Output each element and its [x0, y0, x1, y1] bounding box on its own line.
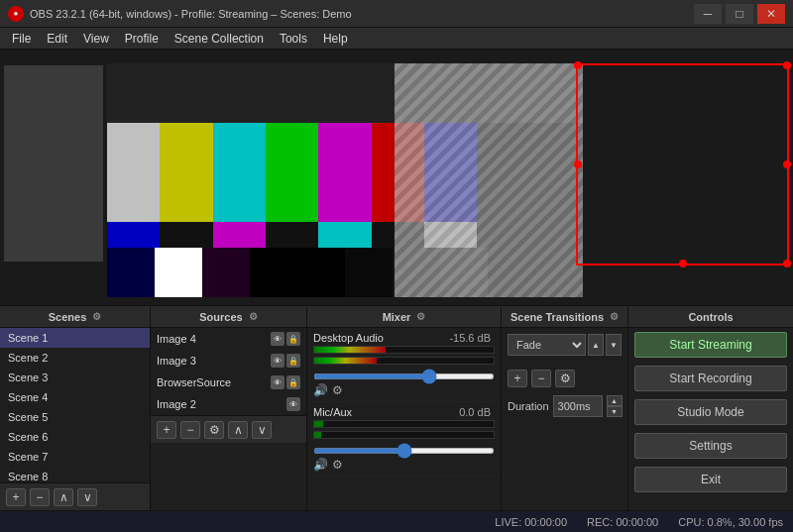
transition-config-button[interactable]: ⚙ [555, 370, 575, 387]
transitions-gear-icon[interactable]: ⚙ [610, 311, 619, 322]
scene-item-2[interactable]: Scene 2 [0, 348, 150, 368]
source-item-image2[interactable]: Image 2 👁 [151, 393, 306, 415]
sources-list: Image 4 👁 🔒 Image 3 👁 🔒 BrowserSource 👁 … [151, 328, 306, 415]
start-streaming-button[interactable]: Start Streaming [634, 332, 787, 358]
start-recording-button[interactable]: Start Recording [634, 366, 787, 391]
mic-aux-vu2 [313, 431, 495, 439]
scenes-up-button[interactable]: ∧ [54, 488, 73, 506]
desktop-audio-header: Desktop Audio -15.6 dB [313, 332, 495, 344]
eye-icon-image4[interactable]: 👁 [271, 332, 284, 346]
menu-profile[interactable]: Profile [117, 28, 167, 50]
desktop-audio-volume-slider[interactable] [313, 373, 495, 379]
transition-down-btn[interactable]: ▼ [606, 334, 622, 356]
lock-icon-image4[interactable]: 🔒 [286, 332, 300, 346]
scenes-remove-button[interactable]: − [30, 488, 50, 506]
transition-up-btn[interactable]: ▲ [588, 334, 604, 356]
transition-remove-button[interactable]: − [531, 370, 551, 387]
desktop-audio-name: Desktop Audio [313, 332, 449, 344]
studio-mode-button[interactable]: Studio Mode [634, 399, 787, 425]
scene-item-8[interactable]: Scene 8 [0, 467, 150, 482]
controls-label: Controls [688, 311, 733, 323]
mic-aux-volume-slider[interactable] [313, 448, 495, 454]
sources-add-button[interactable]: + [157, 421, 176, 439]
menu-file[interactable]: File [4, 28, 39, 50]
mixer-panel-header: Mixer ⚙ [307, 306, 501, 328]
source-item-image4[interactable]: Image 4 👁 🔒 [151, 328, 306, 350]
close-button[interactable]: ✕ [757, 4, 785, 24]
lock-icon-browser[interactable]: 🔒 [286, 375, 300, 389]
sources-up-button[interactable]: ∧ [228, 421, 248, 439]
sources-config-button[interactable]: ⚙ [204, 421, 224, 439]
scene-item-5[interactable]: Scene 5 [0, 407, 150, 427]
mixer-gear-icon[interactable]: ⚙ [416, 311, 425, 322]
eye-icon-image3[interactable]: 👁 [271, 354, 284, 368]
sources-down-button[interactable]: ∨ [252, 421, 272, 439]
scenes-footer: + − ∧ ∨ [0, 482, 150, 510]
handle-br[interactable] [783, 260, 791, 267]
minimize-button[interactable]: ─ [694, 4, 722, 24]
sources-footer: + − ⚙ ∧ ∨ [151, 415, 306, 443]
source-name-image4: Image 4 [157, 333, 196, 345]
mic-aux-name: Mic/Aux [313, 406, 459, 418]
desktop-audio-mute-icon[interactable]: 🔊 [313, 383, 328, 397]
scenes-gear-icon[interactable]: ⚙ [92, 311, 101, 322]
live-status: LIVE: 00:00:00 [495, 516, 567, 528]
eye-icon-browser[interactable]: 👁 [271, 375, 284, 389]
desktop-audio-vu [313, 346, 495, 354]
selection-overlay[interactable] [576, 63, 789, 266]
source-icons-browser: 👁 🔒 [271, 375, 300, 389]
transition-add-button[interactable]: + [508, 370, 527, 387]
preview-area [0, 50, 793, 305]
handle-tr[interactable] [783, 61, 791, 69]
desktop-audio-settings-icon[interactable]: ⚙ [332, 383, 343, 397]
menu-tools[interactable]: Tools [272, 28, 315, 50]
window-title: OBS 23.2.1 (64-bit, windows) - Profile: … [30, 8, 694, 20]
sources-label: Sources [199, 311, 242, 323]
source-name-browser: BrowserSource [157, 376, 231, 388]
mic-aux-controls: 🔊 ⚙ [313, 458, 495, 472]
menu-view[interactable]: View [75, 28, 117, 50]
preview-canvas[interactable] [107, 63, 583, 297]
transition-dropdown[interactable]: Fade Cut Swipe Slide [508, 334, 586, 356]
scenes-add-button[interactable]: + [6, 488, 26, 506]
scene-item-1[interactable]: Scene 1 [0, 328, 150, 348]
source-item-image3[interactable]: Image 3 👁 🔒 [151, 350, 306, 372]
scene-item-3[interactable]: Scene 3 [0, 368, 150, 387]
scenes-panel-header: Scenes ⚙ [0, 306, 150, 328]
scene-item-7[interactable]: Scene 7 [0, 447, 150, 467]
scenes-panel: Scenes ⚙ Scene 1 Scene 2 Scene 3 Scene 4… [0, 306, 151, 510]
transition-select-row: Fade Cut Swipe Slide ▲ ▼ [508, 334, 622, 356]
eye-icon-image2[interactable]: 👁 [286, 397, 300, 411]
mic-aux-db: 0.0 dB [459, 406, 491, 418]
sources-panel: Sources ⚙ Image 4 👁 🔒 Image 3 👁 🔒 Browse… [151, 306, 307, 510]
desktop-audio-db: -15.6 dB [449, 332, 491, 344]
transitions-label: Scene Transitions [510, 311, 604, 323]
mic-aux-mute-icon[interactable]: 🔊 [313, 458, 328, 472]
source-item-browser[interactable]: BrowserSource 👁 🔒 [151, 372, 306, 393]
mic-aux-header: Mic/Aux 0.0 dB [313, 406, 495, 418]
sources-remove-button[interactable]: − [180, 421, 200, 439]
duration-input[interactable] [553, 395, 603, 417]
preview-left-panel [4, 65, 103, 262]
maximize-button[interactable]: □ [726, 4, 753, 24]
duration-up-btn[interactable]: ▲ [607, 395, 623, 406]
lock-icon-image3[interactable]: 🔒 [286, 354, 300, 368]
scenes-list: Scene 1 Scene 2 Scene 3 Scene 4 Scene 5 … [0, 328, 150, 482]
handle-bm[interactable] [679, 260, 687, 267]
duration-down-btn[interactable]: ▼ [607, 406, 623, 417]
scenes-down-button[interactable]: ∨ [77, 488, 97, 506]
title-bar: ● OBS 23.2.1 (64-bit, windows) - Profile… [0, 0, 793, 28]
menu-scene-collection[interactable]: Scene Collection [167, 28, 272, 50]
mic-aux-settings-icon[interactable]: ⚙ [332, 458, 343, 472]
app-icon: ● [8, 6, 24, 22]
menu-help[interactable]: Help [315, 28, 356, 50]
exit-button[interactable]: Exit [634, 467, 787, 492]
settings-button[interactable]: Settings [634, 433, 787, 459]
handle-mr[interactable] [783, 160, 791, 168]
mixer-panel: Mixer ⚙ Desktop Audio -15.6 dB 🔊 ⚙ [307, 306, 502, 510]
scene-item-6[interactable]: Scene 6 [0, 427, 150, 447]
sources-panel-header: Sources ⚙ [151, 306, 306, 328]
scene-item-4[interactable]: Scene 4 [0, 387, 150, 407]
menu-edit[interactable]: Edit [39, 28, 75, 50]
sources-gear-icon[interactable]: ⚙ [249, 311, 258, 322]
